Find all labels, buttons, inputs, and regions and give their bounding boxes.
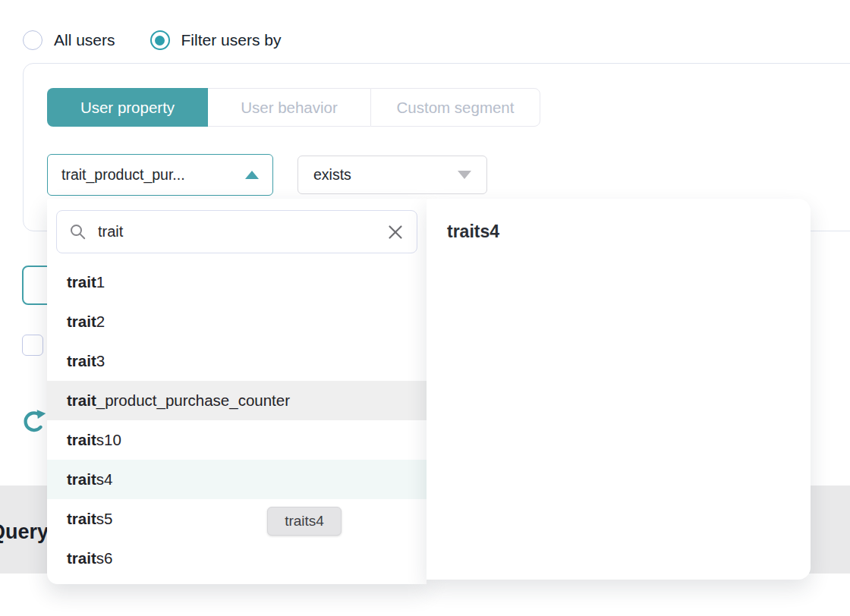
property-detail-panel: traits4 — [427, 199, 811, 580]
filter-type-tabs: User property User behavior Custom segme… — [47, 88, 540, 127]
query-section-label: Query — [0, 520, 49, 544]
caret-down-icon — [458, 171, 471, 179]
tab-user-property[interactable]: User property — [47, 88, 208, 127]
property-select[interactable]: trait_product_pur... — [47, 154, 273, 196]
radio-filter-users-by[interactable]: Filter users by — [150, 30, 282, 50]
list-item[interactable]: trait2 — [47, 302, 427, 341]
refresh-icon[interactable] — [21, 408, 47, 434]
tab-user-behavior[interactable]: User behavior — [208, 88, 370, 127]
operator-select-value: exists — [313, 166, 351, 184]
property-dropdown-popover: trait1 trait2 trait3 trait_product_purch… — [47, 199, 811, 584]
property-list-panel: trait1 trait2 trait3 trait_product_purch… — [47, 199, 427, 584]
list-item-selected[interactable]: trait_product_purchase_counter — [47, 381, 427, 420]
search-input[interactable] — [98, 223, 376, 240]
checkbox[interactable] — [22, 335, 43, 356]
property-search-box — [56, 210, 417, 253]
tooltip-text: traits4 — [285, 513, 324, 530]
list-item[interactable]: trait3 — [47, 341, 427, 381]
radio-dot — [155, 36, 165, 46]
search-icon — [69, 223, 87, 241]
tab-custom-segment[interactable]: Custom segment — [370, 88, 540, 127]
radio-all-users-label: All users — [54, 31, 115, 49]
list-item-hovered[interactable]: traits4 — [47, 460, 427, 499]
detail-title: traits4 — [447, 222, 499, 242]
property-options-list: trait1 trait2 trait3 trait_product_purch… — [47, 262, 427, 578]
list-item[interactable]: traits6 — [47, 539, 427, 578]
list-item[interactable]: traits5 — [47, 499, 427, 539]
user-scope-radio-group: All users Filter users by — [23, 30, 281, 50]
clear-icon[interactable] — [386, 223, 405, 241]
list-item[interactable]: trait1 — [47, 262, 427, 302]
radio-selected-icon[interactable] — [150, 30, 170, 50]
operator-select[interactable]: exists — [298, 156, 487, 194]
list-item[interactable]: traits10 — [47, 420, 427, 460]
radio-unselected-icon[interactable] — [23, 30, 42, 50]
segment-filter-screen: All users Filter users by User property … — [0, 0, 850, 616]
radio-all-users[interactable]: All users — [23, 30, 115, 50]
radio-filter-users-by-label: Filter users by — [181, 31, 282, 49]
property-select-value: trait_product_pur... — [61, 166, 185, 184]
tooltip: traits4 — [267, 507, 342, 536]
caret-up-icon — [245, 171, 259, 179]
